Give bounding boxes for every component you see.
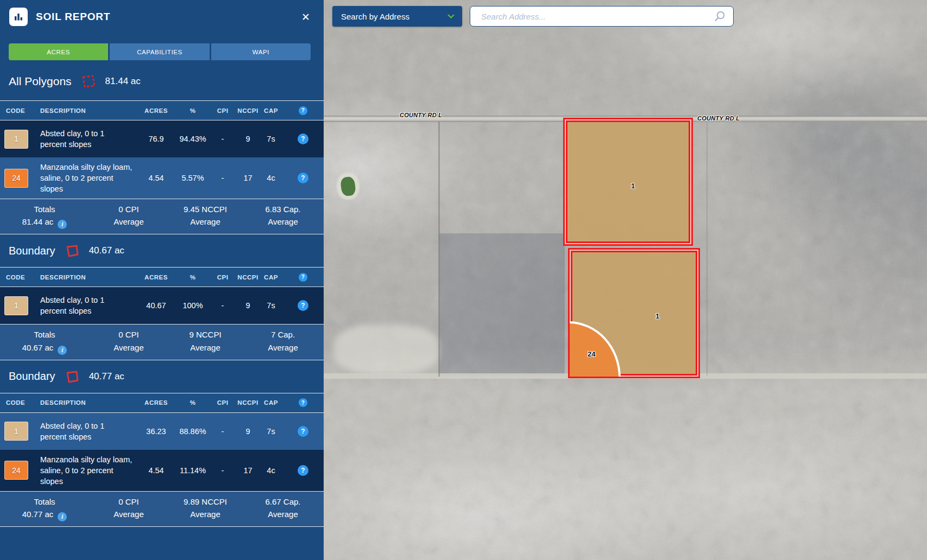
help-icon[interactable] [298, 426, 308, 437]
search-input[interactable] [480, 11, 713, 22]
tab-wapi[interactable]: WAPI [211, 43, 311, 60]
help-icon[interactable] [298, 173, 308, 183]
cap-help-icon[interactable] [299, 398, 307, 407]
polygon-icon [64, 370, 80, 384]
soil-row[interactable]: 1 Absted clay, 0 to 1 percent slopes 76.… [0, 120, 324, 157]
column-header-description: DESCRIPTION [38, 274, 136, 281]
cell-cpi: - [209, 301, 236, 310]
totals-nccpi: 9.89 NCCPI [168, 495, 242, 508]
boundary-header: Boundary 40.77 ac [0, 360, 324, 393]
tab-capabilities[interactable]: CAPABILITIES [110, 43, 209, 60]
close-icon[interactable] [299, 10, 313, 24]
all-polygons-title: All Polygons [9, 75, 72, 88]
column-header-pct: % [176, 399, 209, 406]
soil-row[interactable]: 1 Absted clay, 0 to 1 percent slopes 40.… [0, 287, 324, 324]
sidebar-header: SOIL REPORT [0, 0, 324, 34]
average-label: Average [242, 508, 324, 520]
soil-code-badge: 24 [4, 461, 28, 480]
cell-description: Manzanola silty clay loam, saline, 0 to … [38, 162, 136, 194]
cell-nccpi: 17 [236, 466, 260, 475]
boundary-acres: 40.77 ac [89, 371, 124, 382]
cell-acres: 4.54 [136, 466, 176, 475]
average-label: Average [89, 215, 168, 228]
totals-row: Totals 40.77 ac 0 CPI Average 9.89 NCCPI… [0, 491, 324, 527]
column-header-nccpi: NCCPI [236, 274, 260, 281]
cell-description: Manzanola silty clay loam, saline, 0 to … [38, 454, 136, 487]
average-label: Average [89, 341, 168, 354]
totals-acres: 40.77 ac [22, 510, 54, 519]
parcel-label: 1 [655, 312, 659, 320]
parcel-boundary-bottom[interactable] [568, 248, 700, 378]
column-header-code: CODE [0, 107, 38, 114]
cell-cpi: - [209, 466, 236, 475]
road-label: COUNTY RD L [400, 112, 442, 118]
info-icon[interactable] [58, 512, 67, 521]
soil-code-badge: 24 [4, 169, 28, 188]
column-header-description: DESCRIPTION [38, 399, 136, 406]
parcel-label: 24 [588, 350, 595, 358]
totals-cpi: 0 CPI [89, 328, 168, 341]
cell-cap: 7s [260, 135, 282, 143]
column-header-nccpi: NCCPI [236, 399, 260, 406]
cell-nccpi: 9 [236, 427, 260, 436]
tab-acres[interactable]: ACRES [9, 43, 108, 60]
map-canvas[interactable]: COUNTY RD L COUNTY RD L 1 1 24 Search by… [324, 0, 927, 560]
field-boundary-line [438, 122, 440, 377]
cell-description: Absted clay, 0 to 1 percent slopes [38, 128, 136, 150]
average-label: Average [242, 215, 324, 228]
soil-row[interactable]: 24 Manzanola silty clay loam, saline, 0 … [0, 450, 324, 491]
info-icon[interactable] [58, 220, 67, 229]
search-icon[interactable] [713, 10, 727, 23]
cell-pct: 100% [176, 301, 209, 310]
parcel-boundary-top[interactable] [563, 118, 693, 246]
bar-chart-icon [9, 8, 28, 26]
cap-help-icon[interactable] [299, 273, 307, 282]
totals-row: Totals 81.44 ac 0 CPI Average 9.45 NCCPI… [0, 199, 324, 234]
boundary-title: Boundary [9, 370, 55, 383]
totals-cap: 6.67 Cap. [242, 495, 324, 508]
help-icon[interactable] [298, 133, 308, 144]
cell-pct: 11.14% [176, 466, 209, 475]
field-boundary-line [707, 123, 708, 376]
table-header: CODE DESCRIPTION ACRES % CPI NCCPI CAP [0, 267, 324, 287]
cap-help-icon[interactable] [299, 106, 307, 115]
info-icon[interactable] [58, 346, 67, 355]
table-header: CODE DESCRIPTION ACRES % CPI NCCPI CAP [0, 393, 324, 413]
cell-cap: 4c [260, 466, 282, 475]
column-header-code: CODE [0, 399, 38, 406]
address-search-bar [470, 6, 734, 27]
cell-acres: 76.9 [136, 135, 176, 143]
column-header-cpi: CPI [209, 274, 236, 281]
cell-cap: 7s [260, 427, 282, 436]
totals-label: Totals [0, 495, 89, 508]
column-header-acres: ACRES [136, 274, 176, 281]
cell-nccpi: 9 [236, 301, 260, 310]
column-header-nccpi: NCCPI [236, 107, 260, 114]
help-icon[interactable] [298, 465, 308, 476]
all-polygons-acres: 81.44 ac [105, 76, 141, 87]
soil-row[interactable]: 1 Absted clay, 0 to 1 percent slopes 36.… [0, 413, 324, 450]
soil-report-app: COUNTY RD L COUNTY RD L 1 1 24 Search by… [0, 0, 927, 560]
column-header-description: DESCRIPTION [38, 107, 136, 114]
average-label: Average [89, 508, 168, 520]
cell-description: Absted clay, 0 to 1 percent slopes [38, 295, 136, 316]
soil-row[interactable]: 24 Manzanola silty clay loam, saline, 0 … [0, 157, 324, 199]
boundary-header: Boundary 40.67 ac [0, 234, 324, 267]
totals-nccpi: 9.45 NCCPI [168, 203, 242, 215]
dashed-polygon-icon [80, 74, 97, 88]
search-type-dropdown[interactable]: Search by Address [332, 6, 462, 27]
soil-code-badge: 1 [4, 296, 28, 315]
totals-cpi: 0 CPI [89, 495, 168, 508]
light-field-patch [333, 324, 439, 374]
cell-cap: 4c [260, 174, 282, 182]
dark-field-patch [439, 233, 565, 376]
column-header-cap: CAP [260, 107, 282, 114]
cell-pct: 94.43% [176, 135, 209, 143]
page-title: SOIL REPORT [36, 11, 110, 23]
chevron-down-icon [447, 14, 455, 19]
cell-cpi: - [209, 135, 236, 143]
table-header: CODE DESCRIPTION ACRES % CPI NCCPI CAP [0, 100, 324, 120]
cell-pct: 88.86% [176, 427, 209, 436]
soil-code-badge: 1 [4, 422, 28, 441]
help-icon[interactable] [298, 300, 308, 311]
